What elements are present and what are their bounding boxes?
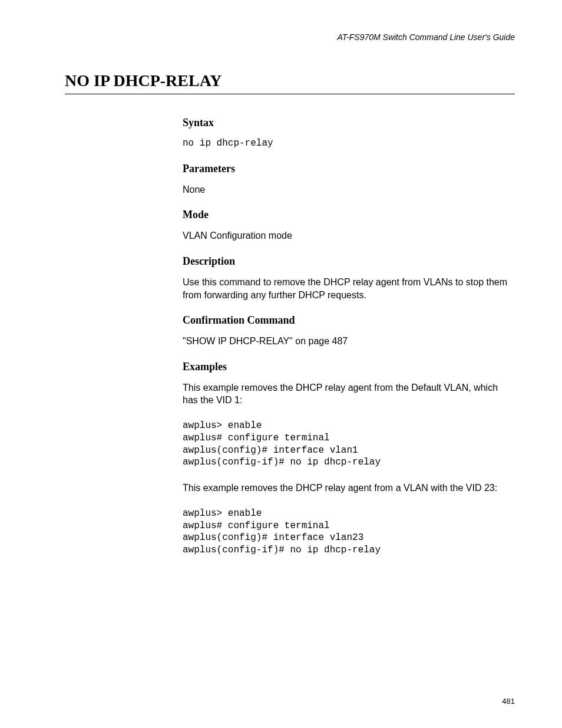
parameters-head: Parameters xyxy=(183,163,509,175)
examples-intro2: This example removes the DHCP relay agen… xyxy=(183,482,509,495)
page-title: NO IP DHCP-RELAY xyxy=(65,71,515,94)
examples-intro1: This example removes the DHCP relay agen… xyxy=(183,381,509,407)
description-head: Description xyxy=(183,255,509,268)
confirmation-head: Confirmation Command xyxy=(183,314,509,327)
examples-code2: awplus> enable awplus# configure termina… xyxy=(183,508,509,556)
page-header: AT-FS970M Switch Command Line User's Gui… xyxy=(65,32,515,42)
page-number: 481 xyxy=(502,697,515,706)
mode-head: Mode xyxy=(183,209,509,221)
description-text: Use this command to remove the DHCP rela… xyxy=(183,276,509,301)
parameters-text: None xyxy=(183,183,509,196)
syntax-head: Syntax xyxy=(183,117,509,129)
syntax-code: no ip dhcp-relay xyxy=(183,137,509,150)
examples-code1: awplus> enable awplus# configure termina… xyxy=(183,420,509,469)
mode-text: VLAN Configuration mode xyxy=(183,229,509,242)
confirmation-text: "SHOW IP DHCP-RELAY" on page 487 xyxy=(183,335,509,348)
content-area: Syntax no ip dhcp-relay Parameters None … xyxy=(65,117,515,556)
examples-head: Examples xyxy=(183,361,509,373)
